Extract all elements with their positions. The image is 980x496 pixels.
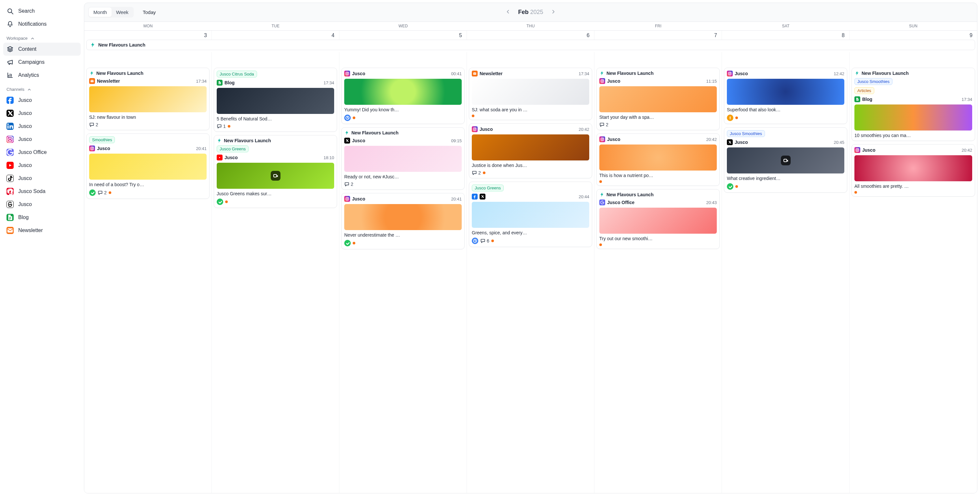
threads-icon [6, 201, 14, 208]
sidebar-item-campaigns[interactable]: Campaigns [3, 56, 81, 69]
comments-count[interactable]: 2 [98, 190, 107, 195]
chevron-up-icon [30, 36, 35, 41]
date-row: 3456789 [84, 30, 977, 40]
content-card[interactable]: SmoothiesJusco20:41In need of a boost? T… [86, 134, 210, 199]
comments-count[interactable]: 2 [344, 182, 353, 187]
card-caption: SJ: what soda are you in … [472, 107, 589, 112]
instagram-icon [344, 71, 350, 77]
content-card[interactable]: Jusco Citrus SodaBlog17:345 Benefits of … [214, 68, 337, 132]
weekday-label: FRI [595, 22, 722, 30]
channel-google[interactable]: Jusco Office [3, 146, 81, 159]
card-time: 20:42 [579, 127, 589, 132]
content-card[interactable]: Jusco20:42This is how a nutrient po… [597, 134, 720, 186]
card-thumbnail [472, 202, 589, 228]
sidebar-item-content[interactable]: Content [3, 43, 81, 56]
channel-pinterest[interactable]: Jusco Soda [3, 185, 81, 198]
content-card[interactable]: New Flavours LaunchJusco11:15Start your … [597, 68, 720, 130]
content-card[interactable]: Jusco20:41Never underestimate the … [341, 193, 465, 249]
status-scheduled-icon [472, 238, 478, 244]
sidebar-group-workspace[interactable]: Workspace [6, 36, 78, 41]
card-channel: Blog [862, 97, 959, 102]
content-card[interactable]: New Flavours LaunchJusco Office20:43Try … [597, 189, 720, 249]
content-card[interactable]: Jusco12:42Superfood that also look… [724, 68, 847, 124]
next-month-button[interactable] [549, 8, 558, 17]
card-time: 20:45 [834, 140, 844, 145]
weekday-label: WED [339, 22, 467, 30]
card-time: 20:41 [196, 146, 207, 151]
date-label: 7 [595, 30, 722, 40]
card-time: 20:44 [579, 194, 589, 199]
month-label: Feb [518, 9, 528, 15]
status-dot [599, 180, 602, 183]
content-card[interactable]: New Flavours LaunchNewsletter17:34SJ: ne… [86, 68, 210, 130]
card-channel: Jusco [607, 78, 704, 84]
newsletter-icon [89, 78, 95, 84]
date-label: 8 [722, 30, 850, 40]
bolt-icon [90, 42, 95, 48]
blog-icon [6, 214, 14, 221]
sidebar-group-channels[interactable]: Channels [6, 87, 78, 92]
status-approved-icon [89, 190, 95, 196]
today-button[interactable]: Today [141, 9, 158, 15]
instagram-icon [6, 136, 14, 143]
card-tag: Jusco Citrus Soda [217, 71, 257, 77]
card-time: 00:41 [451, 71, 462, 76]
prev-month-button[interactable] [504, 8, 512, 17]
channel-newsletter[interactable]: Newsletter [3, 224, 81, 237]
card-time: 17:34 [196, 79, 207, 84]
card-thumbnail [344, 146, 462, 172]
sidebar-search[interactable]: Search [3, 5, 81, 18]
card-caption: SJ: new flavour in town [89, 115, 207, 120]
channel-threads[interactable]: Jusco [3, 198, 81, 211]
channel-linkedin[interactable]: Jusco [3, 120, 81, 133]
card-thumbnail [217, 88, 334, 114]
content-card[interactable]: New Flavours LaunchJusco GreensJusco18:1… [214, 135, 337, 208]
span-event[interactable]: New Flavours Launch [86, 40, 975, 50]
channel-tiktok[interactable]: Jusco [3, 172, 81, 185]
day-column: New Flavours LaunchNewsletter17:34SJ: ne… [84, 52, 212, 493]
card-thumbnail [344, 79, 462, 105]
sidebar-item-label: Campaigns [18, 59, 45, 65]
card-campaign: New Flavours Launch [352, 130, 462, 136]
card-time: 12:42 [834, 71, 844, 76]
newsletter-icon [6, 227, 14, 234]
card-time: 17:34 [579, 71, 589, 76]
channel-instagram[interactable]: Jusco [3, 133, 81, 146]
content-card[interactable]: Jusco00:41Yummy! Did you know th… [341, 68, 465, 124]
comments-count[interactable]: 6 [480, 238, 489, 244]
channel-label: Jusco [18, 175, 32, 181]
status-approved-icon [217, 199, 223, 205]
content-card[interactable]: Jusco SmoothiesJusco20:45What creative i… [724, 127, 847, 193]
channel-facebook[interactable]: Jusco [3, 94, 81, 107]
status-dot [735, 185, 738, 188]
card-tag: Jusco Smoothies [727, 130, 765, 137]
comments-count[interactable]: 2 [599, 122, 608, 127]
sidebar-item-analytics[interactable]: Analytics [3, 69, 81, 82]
view-month-button[interactable]: Month [89, 8, 111, 17]
channel-label: Jusco [18, 97, 32, 103]
card-time: 17:34 [323, 80, 334, 85]
card-caption: Try out our new smoothi… [599, 236, 717, 241]
view-week-button[interactable]: Week [111, 8, 133, 17]
card-channel: Newsletter [97, 78, 194, 84]
card-thumbnail [217, 163, 334, 189]
card-thumbnail [599, 86, 717, 112]
content-card[interactable]: New Flavours LaunchJusco09:15Ready or no… [341, 127, 465, 190]
comments-count[interactable]: 2 [472, 170, 481, 175]
content-card[interactable]: Jusco20:42All smoothies are pretty. … [851, 144, 975, 196]
content-card[interactable]: Jusco Greens20:44Greens, spice, and ever… [469, 182, 592, 247]
channel-x[interactable]: Jusco [3, 107, 81, 120]
channel-youtube[interactable]: Jusco [3, 159, 81, 172]
blog-icon [854, 96, 860, 102]
google-icon [599, 199, 605, 205]
content-card[interactable]: Newsletter17:34SJ: what soda are you in … [469, 68, 592, 120]
instagram-icon [472, 126, 478, 132]
comments-count[interactable]: 2 [89, 122, 98, 127]
content-card[interactable]: New Flavours LaunchJusco SmoothiesArticl… [851, 68, 975, 141]
weekday-label: SAT [722, 22, 850, 30]
channel-blog[interactable]: Blog [3, 211, 81, 224]
sidebar-notifications[interactable]: Notifications [3, 18, 81, 30]
card-caption: This is how a nutrient po… [599, 173, 717, 178]
content-card[interactable]: Jusco20:42Justice is done when Jus…2 [469, 123, 592, 179]
comments-count[interactable]: 1 [217, 124, 226, 129]
